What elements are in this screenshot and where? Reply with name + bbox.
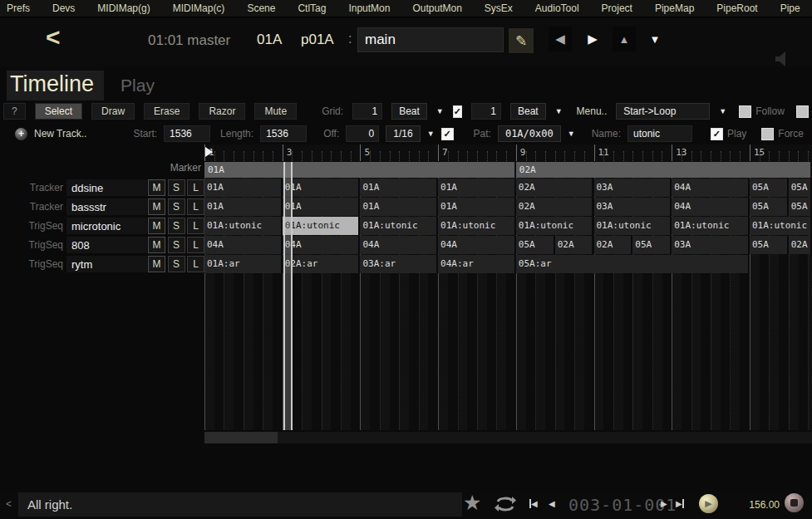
grid-value-input[interactable]	[352, 103, 382, 120]
clip-ddsine-04a[interactable]: 04A	[672, 179, 749, 197]
off-checkbox[interactable]: ✓	[441, 128, 454, 140]
tool-button-select[interactable]: Select	[35, 103, 82, 120]
clip-microtonic-01a-utonic[interactable]: 01A:utonic	[516, 217, 593, 235]
clip-bassstr-01a[interactable]: 01A	[283, 198, 360, 216]
track-name-input-rytm[interactable]	[66, 256, 147, 272]
pattern-name-input[interactable]	[357, 27, 504, 52]
edit-button[interactable]: ✎	[508, 27, 534, 54]
menu-item-prefs[interactable]: Prefs	[7, 2, 30, 14]
clip-ddsine-05a[interactable]: 05A	[789, 179, 811, 197]
clip-ddsine-01a[interactable]: 01A	[204, 179, 282, 197]
message-back-button[interactable]: <	[6, 498, 12, 510]
menu-item-inputmon[interactable]: InputMon	[348, 2, 390, 14]
loop-mode-dropdown[interactable]: Start->Loop	[616, 103, 710, 120]
next-marker-button[interactable]: ▶	[676, 499, 684, 508]
stop-button[interactable]	[785, 493, 804, 512]
back-button[interactable]: <	[46, 23, 61, 51]
pattern-label[interactable]: p01A	[301, 32, 334, 48]
clip-808-05a[interactable]: 05A	[632, 236, 671, 254]
clip-microtonic-01a-utonic[interactable]: 01A:utonic	[594, 217, 672, 235]
pat-arrow-icon[interactable]: ▼	[568, 130, 575, 138]
grid2-unit-dropdown[interactable]: Beat	[510, 103, 546, 120]
tab-timeline[interactable]: Timeline	[7, 71, 104, 100]
track-ddsine-l-button[interactable]: L	[187, 179, 204, 196]
nav-left-button[interactable]: ◀	[549, 27, 572, 51]
play-toggle[interactable]: ✓ Play	[711, 128, 746, 140]
playhead-cursor[interactable]	[283, 162, 293, 430]
clip-ddsine-01a[interactable]: 01A	[283, 179, 360, 197]
clip-ddsine-02a[interactable]: 02A	[516, 179, 593, 197]
scene-label[interactable]: 01A	[257, 32, 282, 48]
toggle-cursor[interactable]: Cursor	[796, 105, 812, 118]
menu-item-sysex[interactable]: SysEx	[485, 2, 513, 14]
menu-button[interactable]: Menu..	[577, 105, 608, 117]
toggle-follow[interactable]: Follow	[739, 105, 785, 118]
menu-item-outputmon[interactable]: OutputMon	[412, 2, 461, 14]
step-back-button[interactable]: ◀	[549, 499, 555, 508]
clip-bassstr-01a[interactable]: 01A	[204, 198, 282, 216]
track-microtonic-m-button[interactable]: M	[148, 218, 165, 234]
track-name-input-microtonic[interactable]	[66, 218, 147, 234]
menu-item-pipe[interactable]: Pipe	[780, 2, 800, 14]
clip-808-05a[interactable]: 05A	[750, 236, 788, 254]
grid-checkbox[interactable]: ✓	[453, 105, 462, 118]
nav-down-button[interactable]: ▼	[643, 27, 667, 51]
tool-button-razor[interactable]: Razor	[199, 103, 245, 120]
cursor-checkbox[interactable]	[796, 105, 809, 118]
menu-item-scene[interactable]: Scene	[247, 2, 275, 14]
marker-01a[interactable]: 01A	[204, 162, 515, 178]
clip-808-05a[interactable]: 05A	[516, 236, 554, 254]
scrollbar-thumb[interactable]	[204, 432, 278, 443]
clip-808-04a[interactable]: 04A	[283, 236, 360, 254]
start-input[interactable]	[164, 125, 210, 142]
track-rytm-s-button[interactable]: S	[168, 256, 185, 272]
tool-button-erase[interactable]: Erase	[144, 103, 189, 120]
tempo-value[interactable]: 156.00	[730, 499, 780, 511]
track-bassstr-s-button[interactable]: S	[168, 198, 185, 215]
track-microtonic-s-button[interactable]: S	[168, 218, 185, 234]
clip-bassstr-01a[interactable]: 01A	[438, 198, 515, 216]
timeline-ruler[interactable]: 13579111315	[204, 144, 812, 161]
clip-bassstr-03a[interactable]: 03A	[594, 198, 672, 216]
follow-checkbox[interactable]	[739, 105, 751, 118]
sync-icon[interactable]	[494, 494, 517, 517]
menu-item-project[interactable]: Project	[602, 2, 632, 14]
clip-808-04a[interactable]: 04A	[360, 236, 437, 254]
prev-marker-button[interactable]: ◀	[529, 499, 538, 508]
track-rytm-l-button[interactable]: L	[187, 256, 204, 272]
menu-item-piperoot[interactable]: PipeRoot	[716, 2, 757, 14]
help-button[interactable]: ?	[3, 103, 26, 120]
clip-bassstr-01a[interactable]: 01A	[360, 198, 437, 216]
grid2-value-input[interactable]	[471, 103, 501, 120]
menu-item-audiotool[interactable]: AudioTool	[535, 2, 579, 14]
clip-rytm-05a-ar[interactable]: 05A:ar	[516, 255, 749, 273]
clip-ddsine-01a[interactable]: 01A	[360, 179, 437, 197]
track-ddsine-s-button[interactable]: S	[168, 179, 185, 196]
clip-microtonic-01a-utonic[interactable]: 01A:utonic	[438, 217, 515, 235]
menu-item-pipemap[interactable]: PipeMap	[655, 2, 694, 14]
new-track-button[interactable]: + New Track..	[15, 128, 86, 140]
track-ddsine-m-button[interactable]: M	[148, 179, 165, 196]
grid2-unit-arrow-icon[interactable]: ▼	[555, 107, 563, 115]
play-checkbox[interactable]: ✓	[711, 128, 723, 140]
clip-ddsine-01a[interactable]: 01A	[438, 179, 515, 197]
tool-button-mute[interactable]: Mute	[254, 103, 297, 120]
clip-rytm-01a-ar[interactable]: 01A:ar	[204, 255, 282, 273]
clip-rytm-03a-ar[interactable]: 03A:ar	[360, 255, 437, 273]
length-input[interactable]	[260, 125, 307, 142]
clip-ddsine-03a[interactable]: 03A	[594, 179, 672, 197]
clip-rytm-02a-ar[interactable]: 02A:ar	[283, 255, 360, 273]
horizontal-scrollbar[interactable]	[204, 432, 812, 443]
track-name-input-bassstr[interactable]	[66, 198, 147, 215]
off-unit-dropdown[interactable]: 1/16	[386, 125, 420, 142]
tool-button-draw[interactable]: Draw	[91, 103, 135, 120]
pat-dropdown[interactable]: 01A/0x00	[498, 125, 561, 142]
nav-up-button[interactable]: ▲	[613, 27, 636, 51]
clip-microtonic-01a-utonic[interactable]: 01A:utonic	[360, 217, 437, 235]
clip-808-02a[interactable]: 02A	[789, 236, 811, 254]
clip-name-input[interactable]	[627, 125, 692, 142]
clip-microtonic-01a-utonic[interactable]: 01A:utonic	[283, 217, 360, 235]
track-808-m-button[interactable]: M	[148, 237, 165, 253]
track-808-l-button[interactable]: L	[187, 237, 204, 253]
track-microtonic-l-button[interactable]: L	[187, 218, 204, 234]
